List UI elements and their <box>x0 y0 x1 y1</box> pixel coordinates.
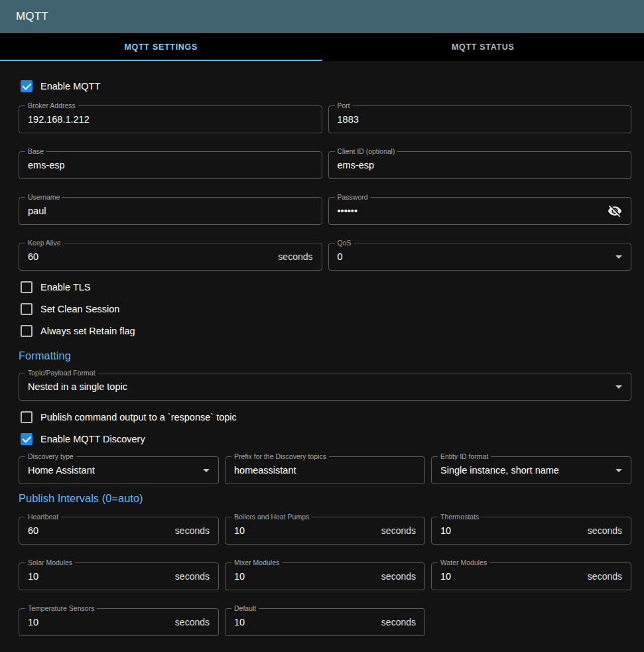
interval-value: 60 <box>28 525 38 536</box>
boilers-interval-field[interactable]: Boilers and Heat Pumps 10 seconds <box>225 517 425 545</box>
clean-session-checkbox[interactable]: Set Clean Session <box>19 298 631 320</box>
intervals-section-heading: Publish Intervals (0=auto) <box>19 492 631 505</box>
checkbox-icon <box>21 281 32 293</box>
username-field[interactable]: Username paul <box>19 197 322 225</box>
client-id-field[interactable]: Client ID (optional) ems-esp <box>328 151 632 179</box>
tab-mqtt-status[interactable]: MQTT STATUS <box>322 33 644 61</box>
password-field[interactable]: Password •••••• <box>328 197 632 225</box>
interval-unit: seconds <box>588 571 622 582</box>
qos-value: 0 <box>338 251 343 262</box>
enable-discovery-checkbox[interactable]: Enable MQTT Discovery <box>19 428 631 450</box>
settings-form: Enable MQTT Broker Address 192.168.1.212… <box>0 61 644 636</box>
discovery-type-select[interactable]: Discovery type Home Assistant <box>19 456 219 484</box>
checkbox-label: Enable MQTT <box>40 81 100 92</box>
broker-address-label: Broker Address <box>25 101 78 110</box>
interval-label: Boilers and Heat Pumps <box>231 513 312 521</box>
dropdown-caret-icon <box>615 255 622 259</box>
toggle-password-visibility-button[interactable] <box>608 204 622 218</box>
dropdown-caret-icon <box>615 385 622 389</box>
interval-label: Temperature Sensors <box>25 604 97 613</box>
username-label: Username <box>25 193 62 202</box>
keep-alive-unit: seconds <box>278 251 312 262</box>
interval-unit: seconds <box>175 571 210 582</box>
enable-tls-checkbox[interactable]: Enable TLS <box>19 276 631 298</box>
checkbox-label: Enable MQTT Discovery <box>40 434 145 444</box>
topic-format-value: Nested in a single topic <box>28 381 127 392</box>
thermostats-interval-field[interactable]: Thermostats 10 seconds <box>431 517 631 545</box>
interval-unit: seconds <box>175 525 210 536</box>
interval-unit: seconds <box>175 617 210 627</box>
default-interval-field[interactable]: Default 10 seconds <box>225 608 425 636</box>
base-field[interactable]: Base ems-esp <box>19 151 322 179</box>
base-clientid-row: Base ems-esp Client ID (optional) ems-es… <box>19 151 631 179</box>
checkbox-label: Enable TLS <box>40 282 91 293</box>
discovery-type-value: Home Assistant <box>28 465 95 476</box>
enable-mqtt-checkbox[interactable]: Enable MQTT <box>19 75 631 97</box>
page-title: MQTT <box>16 10 48 23</box>
interval-value: 10 <box>440 571 451 582</box>
password-value: •••••• <box>338 206 357 216</box>
interval-label: Default <box>231 604 259 613</box>
interval-label: Heartbeat <box>25 513 61 521</box>
broker-address-value: 192.168.1.212 <box>28 114 90 125</box>
discovery-row: Discovery type Home Assistant Prefix for… <box>19 456 631 484</box>
checkbox-icon <box>21 411 32 423</box>
keepalive-qos-row: Keep Alive 60 seconds QoS 0 <box>19 243 631 271</box>
water-interval-field[interactable]: Water Modules 10 seconds <box>431 562 631 590</box>
dropdown-caret-icon <box>615 469 622 472</box>
solar-interval-field[interactable]: Solar Modules 10 seconds <box>19 562 219 590</box>
topic-format-label: Topic/Payload Format <box>25 369 98 377</box>
interval-label: Solar Modules <box>25 558 75 567</box>
interval-label: Thermostats <box>438 513 482 521</box>
dropdown-caret-icon <box>203 469 210 472</box>
broker-address-field[interactable]: Broker Address 192.168.1.212 <box>19 105 322 133</box>
client-id-value: ems-esp <box>338 160 375 170</box>
formatting-section-heading: Formatting <box>19 350 631 362</box>
qos-select[interactable]: QoS 0 <box>328 243 632 271</box>
temperature-sensors-interval-field[interactable]: Temperature Sensors 10 seconds <box>19 608 219 636</box>
interval-value: 10 <box>28 571 38 582</box>
keep-alive-label: Keep Alive <box>25 239 64 247</box>
discovery-prefix-field[interactable]: Prefix for the Discovery topics homeassi… <box>225 456 425 484</box>
qos-label: QoS <box>335 239 354 247</box>
interval-unit: seconds <box>381 571 416 582</box>
discovery-type-label: Discovery type <box>25 452 76 461</box>
base-value: ems-esp <box>28 160 65 170</box>
port-label: Port <box>335 101 353 110</box>
interval-unit: seconds <box>381 617 416 627</box>
credentials-row: Username paul Password •••••• <box>19 197 631 225</box>
broker-port-row: Broker Address 192.168.1.212 Port 1883 <box>19 105 631 133</box>
checkbox-icon <box>21 303 32 315</box>
port-value: 1883 <box>338 114 359 125</box>
interval-unit: seconds <box>381 525 416 536</box>
discovery-prefix-value: homeassistant <box>234 465 296 476</box>
username-value: paul <box>28 206 46 216</box>
interval-value: 10 <box>234 617 245 627</box>
checkbox-label: Always set Retain flag <box>40 326 135 336</box>
interval-unit: seconds <box>588 525 622 536</box>
entity-id-format-label: Entity ID format <box>438 452 491 461</box>
checkbox-label: Set Clean Session <box>40 304 119 314</box>
discovery-prefix-label: Prefix for the Discovery topics <box>231 452 329 461</box>
topic-format-select[interactable]: Topic/Payload Format Nested in a single … <box>19 373 631 401</box>
interval-label: Mixer Modules <box>231 558 282 567</box>
checkbox-icon <box>21 325 32 337</box>
tab-bar: MQTT SETTINGS MQTT STATUS <box>0 33 644 61</box>
keep-alive-field[interactable]: Keep Alive 60 seconds <box>19 243 322 271</box>
tab-mqtt-settings[interactable]: MQTT SETTINGS <box>0 33 322 61</box>
checkbox-label: Publish command output to a `response` t… <box>40 412 237 423</box>
mixer-interval-field[interactable]: Mixer Modules 10 seconds <box>225 562 425 590</box>
entity-id-format-select[interactable]: Entity ID format Single instance, short … <box>431 456 631 484</box>
entity-id-format-value: Single instance, short name <box>440 465 559 476</box>
client-id-label: Client ID (optional) <box>335 147 398 156</box>
retain-flag-checkbox[interactable]: Always set Retain flag <box>19 320 631 342</box>
intervals-grid: Heartbeat 60 seconds Boilers and Heat Pu… <box>19 517 631 636</box>
heartbeat-interval-field[interactable]: Heartbeat 60 seconds <box>19 517 219 545</box>
password-label: Password <box>335 193 371 202</box>
app-bar: MQTT <box>0 0 644 33</box>
checkbox-icon <box>21 80 32 92</box>
publish-response-checkbox[interactable]: Publish command output to a `response` t… <box>19 406 631 428</box>
keep-alive-value: 60 <box>28 251 38 262</box>
port-field[interactable]: Port 1883 <box>328 105 632 133</box>
checkbox-icon <box>21 433 32 445</box>
